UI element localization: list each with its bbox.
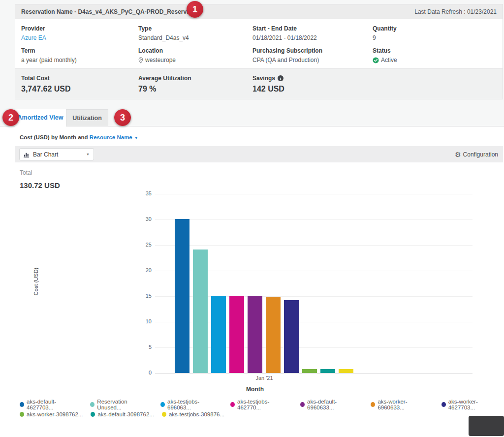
legend-item[interactable]: aks-testjobs-696063...: [160, 399, 222, 410]
y-tick-label: 30: [127, 216, 152, 222]
legend-dot-icon: [441, 402, 446, 407]
bar-aks-testjobs-462770[interactable]: [229, 296, 244, 373]
y-tick-label: 10: [127, 318, 152, 324]
legend-label: aks-default-4627703...: [27, 399, 82, 410]
chart-legend-row: aks-default-4627703...Reservation Unused…: [20, 399, 504, 410]
x-axis-line: [155, 373, 472, 374]
legend-item[interactable]: Reservation Unused...: [90, 399, 153, 410]
legend-label: aks-worker-6960633...: [378, 399, 433, 410]
y-tick-label: 35: [127, 190, 152, 196]
watermark-box: [469, 416, 504, 436]
legend-dot-icon: [160, 402, 165, 407]
reservation-detail-page: Reservation Name - D4as_v4_AKS_PyC_QA-PR…: [0, 0, 504, 437]
bar-aks-worker-6960633[interactable]: [266, 297, 281, 373]
legend-label: aks-testjobs-309876...: [169, 411, 224, 417]
legend-label: aks-worker-3098762...: [27, 411, 83, 417]
legend-item[interactable]: aks-testjobs-462770...: [230, 399, 292, 410]
bar-chart: 05101520253035: [0, 0, 504, 437]
legend-dot-icon: [90, 402, 94, 407]
annotation-badge-2: 2: [2, 109, 19, 126]
legend-item[interactable]: aks-worker-3098762...: [20, 411, 83, 417]
x-tick-label: Jan '21: [240, 375, 289, 381]
bar-aks-worker-4627703[interactable]: [284, 300, 299, 373]
bar-Reservation Unused[interactable]: [193, 250, 208, 373]
y-tick-label: 0: [127, 370, 152, 375]
annotation-badge-1: 1: [187, 1, 203, 18]
legend-item[interactable]: aks-default-6960633...: [300, 399, 363, 410]
legend-dot-icon: [20, 402, 24, 407]
gridline: [155, 219, 472, 220]
bar-aks-default-4627703[interactable]: [175, 219, 189, 373]
legend-dot-icon: [371, 402, 375, 407]
legend-dot-icon: [91, 412, 95, 417]
bar-aks-default-3098762[interactable]: [320, 369, 335, 373]
y-tick-label: 25: [127, 242, 152, 248]
legend-label: aks-default-6960633...: [307, 399, 363, 410]
legend-item[interactable]: aks-default-3098762...: [91, 411, 154, 417]
legend-dot-icon: [20, 412, 24, 417]
legend-item[interactable]: aks-testjobs-309876...: [162, 411, 224, 417]
y-axis-title: Cost (USD): [33, 259, 39, 304]
legend-label: aks-testjobs-696063...: [167, 399, 222, 410]
legend-label: Reservation Unused...: [97, 399, 153, 410]
legend-label: aks-testjobs-462770...: [237, 399, 292, 410]
annotation-badge-3: 3: [114, 109, 131, 126]
legend-label: aks-worker-4627703...: [448, 399, 504, 410]
gridline: [155, 245, 472, 246]
legend-item[interactable]: aks-worker-4627703...: [441, 399, 504, 410]
legend-dot-icon: [162, 412, 166, 417]
y-tick-label: 15: [127, 293, 152, 299]
legend-item[interactable]: aks-worker-6960633...: [371, 399, 433, 410]
bar-aks-worker-3098762[interactable]: [302, 369, 317, 373]
bar-aks-testjobs-309876[interactable]: [339, 369, 353, 373]
legend-label: aks-default-3098762...: [97, 411, 154, 417]
x-axis-title: Month: [230, 386, 280, 393]
gridline: [155, 194, 472, 194]
bar-aks-testjobs-696063[interactable]: [211, 296, 226, 373]
chart-legend-row: aks-worker-3098762...aks-default-3098762…: [20, 411, 224, 417]
bar-aks-default-6960633[interactable]: [248, 296, 262, 373]
legend-item[interactable]: aks-default-4627703...: [20, 399, 82, 410]
tab-amortized-view[interactable]: Amortized View: [15, 109, 66, 126]
legend-dot-icon: [300, 402, 305, 407]
legend-dot-icon: [230, 402, 235, 407]
y-tick-label: 20: [127, 267, 152, 273]
y-tick-label: 5: [127, 344, 152, 350]
